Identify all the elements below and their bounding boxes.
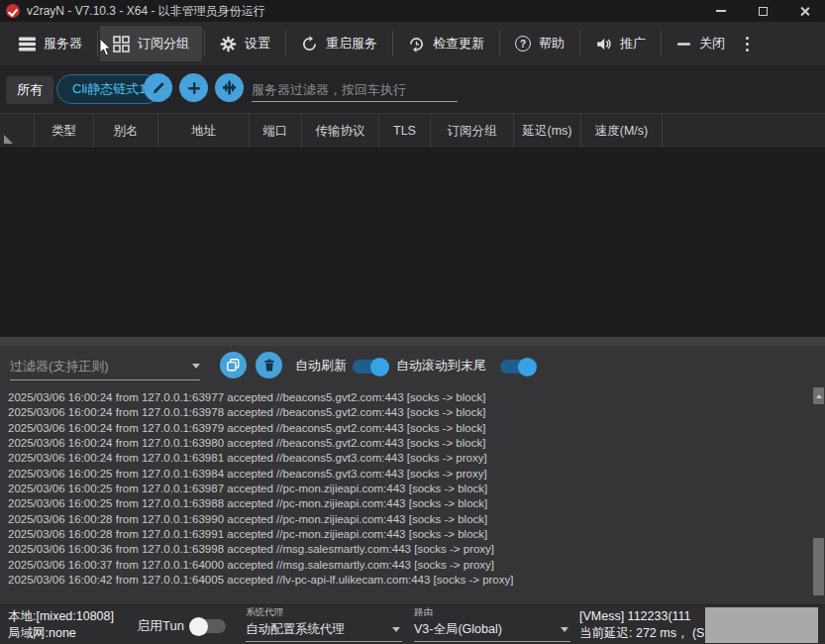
- window-controls: [700, 0, 825, 22]
- copy-log-button[interactable]: [220, 352, 247, 378]
- trash-icon: [263, 359, 275, 372]
- system-proxy-value: 自动配置系统代理: [246, 621, 402, 638]
- app-logo-icon: [6, 4, 20, 18]
- toolbar: 服务器 订阅分组 设置: [0, 22, 825, 65]
- column-header-filler: [663, 114, 825, 148]
- promotion-button-label: 推广: [620, 35, 646, 53]
- log-line: 2025/03/06 16:00:37 from 127.0.0.1:64000…: [8, 558, 809, 573]
- more-menu-button[interactable]: [738, 37, 757, 52]
- column-header-port[interactable]: 端口: [250, 114, 302, 148]
- pencil-icon: [152, 81, 165, 95]
- maximize-button[interactable]: [742, 0, 783, 22]
- tab-all-servers[interactable]: 所有: [6, 76, 53, 104]
- log-filter-row: 自动刷新 自动滚动到末尾: [10, 352, 815, 383]
- window-title: v2rayN - V7.10.3 - X64 - 以非管理员身份运行: [27, 3, 265, 20]
- filter-underline: [10, 379, 200, 380]
- plus-icon: [187, 81, 201, 95]
- restart-service-button[interactable]: 重启服务: [288, 26, 390, 61]
- active-server-latency: 当前延迟: 272 ms， (S: [579, 625, 704, 642]
- toolbar-separator: [392, 31, 393, 56]
- column-header-type[interactable]: 类型: [35, 114, 94, 148]
- dropdown-underline: [414, 641, 570, 642]
- enable-tun-toggle[interactable]: [190, 619, 226, 633]
- minimize-button[interactable]: [700, 0, 742, 22]
- splitter-handle[interactable]: [0, 337, 825, 346]
- log-line: 2025/03/06 16:00:36 from 127.0.0.1:63998…: [8, 542, 809, 557]
- close-app-button-label: 关闭: [699, 35, 725, 53]
- copy-icon: [227, 359, 240, 372]
- help-button-label: 帮助: [539, 35, 565, 53]
- log-line: 2025/03/06 16:00:25 from 127.0.0.1:63984…: [8, 467, 809, 482]
- active-server-info[interactable]: [VMess] 112233(111 当前延迟: 272 ms， (S: [579, 608, 704, 642]
- log-output[interactable]: 2025/03/06 16:00:24 from 127.0.0.1:63977…: [8, 390, 809, 588]
- close-app-button[interactable]: 关闭: [664, 26, 738, 61]
- titlebar: v2rayN - V7.10.3 - X64 - 以非管理员身份运行: [0, 0, 825, 22]
- servers-button-label: 服务器: [44, 35, 82, 53]
- gear-icon: [220, 36, 237, 53]
- toolbar-separator: [204, 31, 205, 56]
- column-header-alias[interactable]: 别名: [94, 114, 158, 148]
- log-line: 2025/03/06 16:00:24 from 127.0.0.1:63979…: [8, 421, 809, 436]
- column-header-tls[interactable]: TLS: [379, 114, 431, 148]
- column-header-address[interactable]: 地址: [158, 114, 250, 148]
- routing-dropdown[interactable]: 路由 V3-全局(Global): [414, 606, 570, 642]
- edit-group-button[interactable]: [144, 73, 172, 102]
- enable-tun-label: 启用Tun: [137, 617, 184, 635]
- column-header-protocol[interactable]: 传输协议: [302, 114, 379, 148]
- log-section: 自动刷新 自动滚动到末尾 2025/03/06 16:00:24 from 12…: [0, 346, 825, 604]
- scrollbar-thumb[interactable]: [813, 538, 824, 595]
- server-filter-input[interactable]: [252, 78, 458, 102]
- log-line: 2025/03/06 16:00:24 from 127.0.0.1:63980…: [8, 436, 809, 451]
- v2rayn-window: v2rayN - V7.10.3 - X64 - 以非管理员身份运行 服务器: [0, 0, 825, 644]
- maximize-icon: [759, 7, 768, 16]
- local-port-label: 本地:[mixed:10808]: [8, 608, 114, 625]
- active-server-name: [VMess] 112233(111: [579, 608, 704, 625]
- update-icon: [408, 36, 425, 53]
- auto-refresh-label: 自动刷新: [295, 357, 347, 375]
- restart-icon: [301, 36, 318, 53]
- log-filter-input[interactable]: [10, 354, 178, 377]
- system-proxy-dropdown[interactable]: 系统代理 自动配置系统代理: [246, 606, 402, 642]
- auto-scroll-toggle[interactable]: [500, 360, 536, 374]
- server-table-body[interactable]: [0, 149, 825, 337]
- add-group-button[interactable]: [179, 73, 208, 102]
- routing-caption: 路由: [414, 606, 570, 619]
- log-line: 2025/03/06 16:00:28 from 127.0.0.1:63991…: [8, 527, 809, 542]
- log-line: 2025/03/06 16:00:42 from 127.0.0.1:64005…: [8, 573, 809, 588]
- check-update-button-label: 检查更新: [433, 35, 484, 53]
- chevron-up-icon: [816, 394, 822, 398]
- system-proxy-caption: 系统代理: [246, 606, 402, 619]
- auto-scroll-label: 自动滚动到末尾: [396, 357, 486, 375]
- scrollbar-up-button[interactable]: [813, 387, 824, 404]
- column-header-delay[interactable]: 延迟(ms): [514, 114, 581, 148]
- toolbar-separator: [579, 31, 580, 56]
- auto-refresh-toggle[interactable]: [353, 360, 388, 374]
- check-update-button[interactable]: 检查更新: [395, 26, 497, 61]
- select-all-corner[interactable]: [0, 114, 35, 148]
- help-icon: ?: [515, 36, 531, 52]
- lan-label: 局域网:none: [8, 625, 114, 642]
- restart-service-button-label: 重启服务: [326, 35, 377, 53]
- toolbar-separator: [97, 31, 98, 56]
- move-group-button[interactable]: [215, 73, 244, 102]
- log-line: 2025/03/06 16:00:24 from 127.0.0.1:63978…: [8, 405, 809, 420]
- log-filter-dropdown[interactable]: [10, 354, 200, 377]
- routing-value: V3-全局(Global): [414, 621, 570, 638]
- servers-button[interactable]: 服务器: [6, 26, 95, 61]
- local-listen-info: 本地:[mixed:10808] 局域网:none: [8, 608, 114, 642]
- column-header-subscription[interactable]: 订阅分组: [431, 114, 514, 148]
- log-line: 2025/03/06 16:00:25 from 127.0.0.1:63987…: [8, 482, 809, 496]
- chevron-down-icon[interactable]: [192, 364, 200, 369]
- help-button[interactable]: ? 帮助: [502, 26, 577, 61]
- chevron-down-icon: [392, 627, 400, 632]
- server-table-header: 类型 别名 地址 端口 传输协议 TLS 订阅分组 延迟(ms) 速度(M/s): [0, 113, 825, 149]
- redaction-overlay: [705, 607, 818, 643]
- dropdown-underline: [246, 641, 402, 642]
- close-icon: [799, 6, 810, 17]
- column-header-speed[interactable]: 速度(M/s): [581, 114, 663, 148]
- clear-log-button[interactable]: [256, 352, 282, 378]
- close-button[interactable]: [783, 0, 825, 22]
- settings-button[interactable]: 设置: [207, 26, 283, 61]
- subscription-group-button[interactable]: 订阅分组: [100, 26, 202, 61]
- promotion-button[interactable]: 推广: [582, 26, 659, 61]
